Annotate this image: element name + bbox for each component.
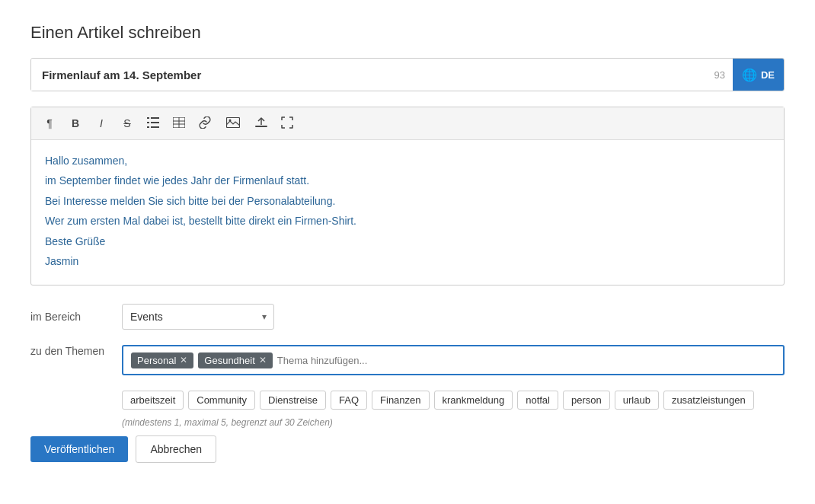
hint-text: (mindestens 1, maximal 5, begrenzt auf 3… [122,417,785,428]
suggestion-krankmeldung[interactable]: krankmeldung [434,391,513,410]
paragraph-icon: ¶ [46,117,53,129]
toolbar-strikethrough-btn[interactable]: S [115,112,139,135]
toolbar-table-btn[interactable] [167,112,191,135]
toolbar-upload-btn[interactable] [249,112,273,135]
bold-icon: B [72,117,79,129]
suggestion-zusatzleistungen[interactable]: zusatzleistungen [663,391,754,410]
tag-personal-remove[interactable]: ✕ [180,355,187,365]
italic-icon: I [100,117,103,129]
svg-rect-0 [147,117,149,119]
image-icon [226,117,240,130]
svg-rect-2 [147,126,149,128]
toolbar-image-btn[interactable] [219,112,248,135]
topics-add-input[interactable] [277,355,775,366]
topics-field: Personal ✕ Gesundheit ✕ arbeitszeit Comm… [122,345,785,428]
editor-container: ¶ B I S [30,107,785,285]
editor-line-2: im September findet wie jedes Jahr der F… [45,172,770,189]
toolbar-paragraph-btn[interactable]: ¶ [37,112,62,135]
language-button[interactable]: 🌐 DE [733,59,784,91]
editor-line-3: Bei Interesse melden Sie sich bitte bei … [45,193,770,209]
topics-input-row[interactable]: Personal ✕ Gesundheit ✕ [122,345,785,375]
cancel-button[interactable]: Abbrechen [136,435,216,463]
suggestion-notfal[interactable]: notfal [517,391,558,410]
toolbar-bold-btn[interactable]: B [63,112,88,135]
suggestion-finanzen[interactable]: Finanzen [372,391,429,410]
svg-rect-12 [255,126,267,127]
fullscreen-icon [281,116,293,131]
area-field: Events Allgemein Projekt IT ▾ [122,304,785,330]
area-row: im Bereich Events Allgemein Projekt IT ▾ [30,304,785,330]
page-title: Einen Artikel schreiben [30,23,785,43]
area-select-wrapper: Events Allgemein Projekt IT ▾ [122,304,274,330]
title-row: 93 🌐 DE [30,58,785,91]
area-label: im Bereich [30,311,122,323]
suggestion-urlaub[interactable]: urlaub [615,391,659,410]
svg-rect-4 [151,122,159,123]
editor-line-6: Jasmin [45,253,770,270]
suggestion-arbeitszeit[interactable]: arbeitszeit [122,391,184,410]
suggestion-community[interactable]: Community [188,391,255,410]
editor-line-4: Wer zum ersten Mal dabei ist, bestellt b… [45,212,770,229]
upload-icon [255,116,267,131]
suggestion-person[interactable]: person [563,391,610,410]
tag-personal-label: Personal [137,355,176,366]
tag-gesundheit: Gesundheit ✕ [198,352,273,368]
svg-rect-3 [151,117,159,119]
link-icon [199,116,211,131]
toolbar-fullscreen-btn[interactable] [275,112,299,135]
globe-icon: 🌐 [742,68,757,82]
language-label: DE [761,69,775,81]
topics-row: zu den Themen Personal ✕ Gesundheit ✕ ar… [30,345,785,428]
editor-toolbar: ¶ B I S [31,107,784,140]
area-select[interactable]: Events Allgemein Projekt IT [122,304,274,330]
strikethrough-icon: S [123,117,130,129]
editor-content[interactable]: Hallo zusammen, im September findet wie … [31,140,784,285]
tag-personal: Personal ✕ [131,352,193,368]
toolbar-list-btn[interactable] [141,112,165,135]
suggestion-dienstreise[interactable]: Dienstreise [260,391,326,410]
tag-gesundheit-label: Gesundheit [204,355,255,366]
article-title-input[interactable] [31,59,706,91]
char-count: 93 [706,69,732,81]
tag-gesundheit-remove[interactable]: ✕ [259,355,267,365]
list-icon [147,117,159,130]
editor-line-1: Hallo zusammen, [45,152,770,169]
svg-rect-1 [147,122,149,123]
table-icon [173,117,185,130]
suggestion-faq[interactable]: FAQ [331,391,367,410]
suggestions-row: arbeitszeit Community Dienstreise FAQ Fi… [122,383,785,413]
topics-label: zu den Themen [30,345,122,357]
publish-button[interactable]: Veröffentlichen [30,436,128,462]
action-row: Veröffentlichen Abbrechen [30,435,785,463]
svg-rect-5 [151,126,159,128]
topics-container: Personal ✕ Gesundheit ✕ arbeitszeit Comm… [122,345,785,428]
editor-line-5: Beste Grüße [45,233,770,250]
toolbar-link-btn[interactable] [193,112,217,135]
toolbar-italic-btn[interactable]: I [89,112,113,135]
